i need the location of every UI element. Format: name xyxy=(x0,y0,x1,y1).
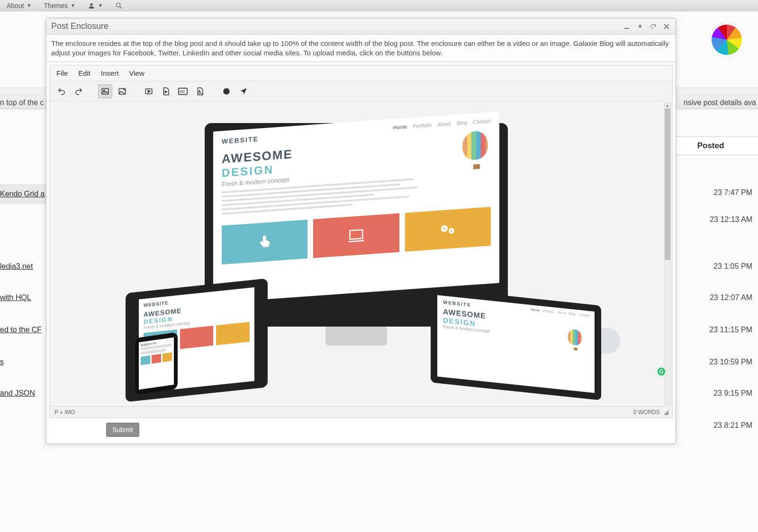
captions-button[interactable]: CC xyxy=(176,84,190,98)
svg-line-2 xyxy=(120,7,122,9)
menu-file[interactable]: File xyxy=(56,69,68,77)
menu-view[interactable]: View xyxy=(129,69,144,77)
svg-point-0 xyxy=(90,3,92,5)
nav-about[interactable]: About ▼ xyxy=(7,2,32,9)
brand-logo xyxy=(710,23,744,57)
dialog-titlebar[interactable]: Post Enclosure xyxy=(46,18,676,35)
mockup-laptop: Home Portfolio About Blog Contact WEBSIT… xyxy=(431,288,634,387)
refresh-button[interactable] xyxy=(649,22,658,31)
caret-icon: ▼ xyxy=(71,3,75,8)
balloon-icon-sm xyxy=(568,328,584,351)
editor-status-bar: P » IMG 0 WORDS ◢ xyxy=(50,406,672,417)
editor-toolbar: CC xyxy=(50,81,672,102)
mockup-phone: WEBSITE xyxy=(135,332,178,395)
dialog-help-text: The enclosure resides at the top of the … xyxy=(46,35,676,62)
bg-hint-right: nsive post details ava xyxy=(684,98,756,107)
menu-edit[interactable]: Edit xyxy=(78,69,90,77)
close-button[interactable] xyxy=(662,22,671,31)
video-file-button[interactable] xyxy=(159,84,173,98)
nav-about-label: About xyxy=(7,2,24,9)
editor-canvas-wrap: Home Portfolio About Blog Contact WEBSIT… xyxy=(50,102,672,406)
search-icon xyxy=(115,2,123,9)
nav-themes-label: Themes xyxy=(44,2,68,9)
mockup-nav-about: About xyxy=(437,121,451,127)
editor-canvas[interactable]: Home Portfolio About Blog Contact WEBSIT… xyxy=(50,102,663,406)
post-title-2[interactable]: ledia3.net xyxy=(0,262,33,271)
pin-button[interactable] xyxy=(636,22,644,31)
post-title-3[interactable]: with HQL xyxy=(0,293,31,302)
post-title-4[interactable]: ed to the CF xyxy=(0,326,42,334)
post-title-5[interactable]: s xyxy=(0,358,4,366)
enclosure-image[interactable]: Home Portfolio About Blog Contact WEBSIT… xyxy=(50,102,663,406)
image-file-button[interactable] xyxy=(193,84,207,98)
post-date-4: 23 11:15 PM xyxy=(709,326,758,334)
post-date-0: 23 7:47 PM xyxy=(713,188,758,197)
svg-point-1 xyxy=(117,3,120,7)
nav-user[interactable]: ▼ xyxy=(88,2,103,9)
posted-column-header: Posted xyxy=(663,136,758,155)
nav-search[interactable] xyxy=(115,2,123,9)
editor-menu-bar: File Edit Insert View xyxy=(50,65,672,81)
balloon-icon xyxy=(462,130,491,170)
post-date-5: 23 10:59 PM xyxy=(709,358,758,366)
svg-text:CC: CC xyxy=(180,89,185,94)
svg-marker-10 xyxy=(148,90,151,93)
post-title-0[interactable]: Kendo Grid a xyxy=(0,184,47,204)
nav-themes[interactable]: Themes ▼ xyxy=(44,2,75,9)
word-count: 0 WORDS xyxy=(633,409,660,416)
globe-button[interactable] xyxy=(219,84,234,98)
location-button[interactable] xyxy=(236,84,251,98)
editor-path: P » IMG xyxy=(54,409,633,416)
post-date-6: 23 9:15 PM xyxy=(713,389,758,398)
resize-handle-icon[interactable]: ◢ xyxy=(664,408,668,416)
window-controls xyxy=(623,22,671,31)
svg-marker-11 xyxy=(165,91,167,93)
post-date-3: 23 12:07 AM xyxy=(710,293,758,302)
submit-button[interactable]: Submit xyxy=(106,423,139,437)
dialog-title: Post Enclosure xyxy=(51,21,623,31)
post-date-7: 23 8:21 PM xyxy=(713,421,758,430)
rich-editor: File Edit Insert View CC xyxy=(49,65,673,418)
svg-point-14 xyxy=(199,90,200,91)
caret-icon: ▼ xyxy=(27,3,32,8)
tile-gears-icon xyxy=(405,207,491,252)
menu-insert[interactable]: Insert xyxy=(101,69,119,77)
tile-laptop-icon xyxy=(313,213,399,258)
mockup-nav-home: Home xyxy=(393,124,407,130)
post-enclosure-dialog: Post Enclosure The enclosure resides at … xyxy=(46,18,676,444)
minimize-button[interactable] xyxy=(623,22,631,31)
post-date-2: 23 1:05 PM xyxy=(713,262,758,271)
edit-image-button[interactable] xyxy=(115,84,129,98)
svg-point-15 xyxy=(223,88,230,95)
tile-touch-icon xyxy=(222,220,307,265)
post-title-6[interactable]: and JSON xyxy=(0,389,35,398)
undo-button[interactable] xyxy=(54,84,69,98)
caret-icon: ▼ xyxy=(98,3,103,8)
insert-video-button[interactable] xyxy=(142,84,156,98)
lap-nav-blog: Blog xyxy=(569,312,576,316)
mockup-nav-blog: Blog xyxy=(457,120,467,126)
grammarly-badge[interactable]: G xyxy=(656,366,667,377)
insert-image-button[interactable] xyxy=(98,84,112,98)
svg-rect-16 xyxy=(350,230,363,239)
svg-rect-6 xyxy=(102,89,108,94)
post-date-1: 23 12:13 AM xyxy=(710,215,758,224)
redo-button[interactable] xyxy=(72,84,86,98)
editor-vertical-scrollbar[interactable]: ▲ xyxy=(664,103,671,405)
mockup-tiles xyxy=(222,207,491,265)
user-icon xyxy=(88,2,95,9)
top-nav: About ▼ Themes ▼ ▼ xyxy=(0,0,758,11)
bg-hint-left: n top of the c xyxy=(0,98,44,107)
